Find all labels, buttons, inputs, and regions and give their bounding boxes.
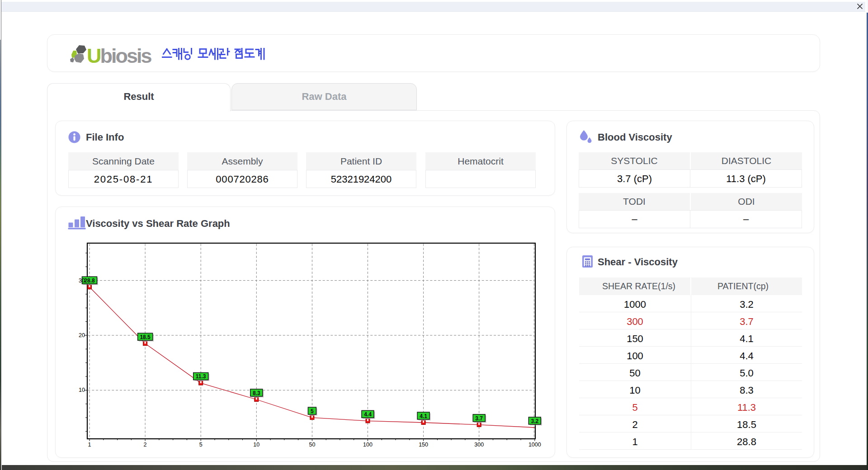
svg-text:10: 10 (253, 442, 259, 448)
svg-text:100: 100 (363, 442, 373, 448)
svg-text:300: 300 (474, 442, 484, 448)
svg-text:3.7: 3.7 (475, 415, 483, 422)
svg-text:5: 5 (311, 408, 314, 414)
svg-text:1: 1 (88, 442, 91, 448)
svg-text:5: 5 (199, 442, 203, 448)
svg-text:30: 30 (79, 277, 85, 284)
svg-text:1000: 1000 (528, 442, 541, 448)
svg-text:4.1: 4.1 (420, 413, 427, 419)
svg-text:2: 2 (144, 442, 147, 448)
svg-text:28.8: 28.8 (84, 277, 95, 284)
svg-text:20: 20 (79, 332, 85, 338)
svg-text:11.3: 11.3 (196, 373, 206, 380)
svg-text:150: 150 (419, 442, 428, 448)
svg-text:3.2: 3.2 (531, 418, 538, 424)
svg-text:4.4: 4.4 (364, 411, 372, 418)
svg-text:8.3: 8.3 (253, 390, 260, 396)
svg-text:18.5: 18.5 (140, 334, 151, 340)
svg-text:50: 50 (309, 442, 315, 448)
svg-text:10: 10 (79, 387, 85, 393)
